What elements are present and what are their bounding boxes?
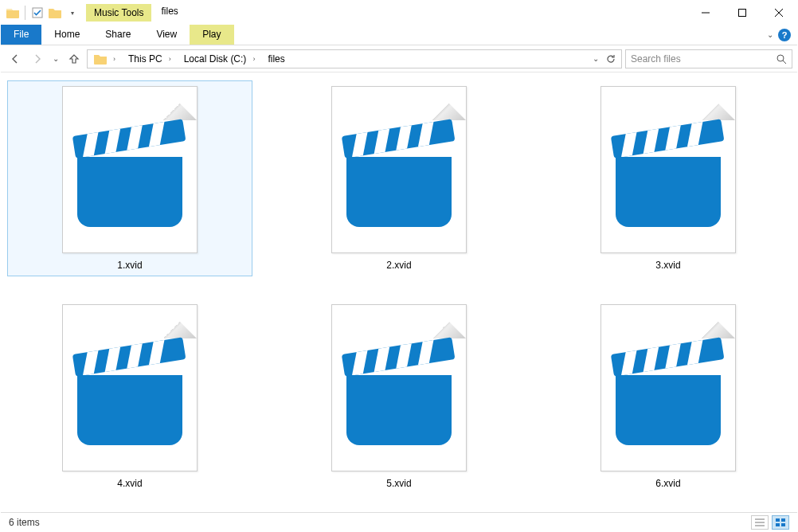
navigation-bar: ⌄ › This PC› Local Disk (C:)› files ⌄ Se… <box>1 45 797 72</box>
window-title: files <box>151 1 187 25</box>
recent-locations-button[interactable]: ⌄ <box>50 49 61 68</box>
help-icon[interactable]: ? <box>778 29 791 41</box>
tab-play[interactable]: Play <box>190 25 233 45</box>
file-tab[interactable]: File <box>1 25 41 45</box>
chevron-right-icon[interactable]: › <box>166 55 174 63</box>
svg-rect-11 <box>781 518 785 522</box>
page-fold-icon <box>702 87 735 120</box>
titlebar: ▾ Music Tools files <box>1 1 797 25</box>
forward-button[interactable] <box>28 49 47 68</box>
ribbon: File Home Share View Play ⌄ ? <box>1 25 797 45</box>
svg-rect-2 <box>739 10 746 17</box>
file-item[interactable]: 6.xvid <box>546 299 791 495</box>
file-item[interactable]: 4.xvid <box>7 299 252 495</box>
svg-rect-12 <box>776 523 780 526</box>
file-item[interactable]: 5.xvid <box>276 299 522 495</box>
page-fold-icon <box>163 87 197 120</box>
file-thumbnail <box>331 304 467 471</box>
file-name: 3.xvid <box>655 260 680 271</box>
video-clapper-icon <box>77 354 182 445</box>
address-dropdown-icon[interactable]: ⌄ <box>593 54 599 63</box>
icons-view-button[interactable] <box>772 515 789 530</box>
page-fold-icon <box>432 87 466 120</box>
properties-icon[interactable] <box>30 6 45 20</box>
tab-share[interactable]: Share <box>92 25 143 45</box>
page-fold-icon <box>163 305 197 338</box>
up-button[interactable] <box>65 49 84 68</box>
close-button[interactable] <box>761 1 797 25</box>
video-clapper-icon <box>346 354 452 445</box>
search-icon[interactable] <box>776 53 787 65</box>
page-fold-icon <box>432 305 466 338</box>
breadcrumb-segment[interactable]: Local Disk (C:)› <box>179 50 264 68</box>
address-root-icon[interactable]: › <box>89 50 123 68</box>
chevron-right-icon[interactable]: › <box>249 55 258 63</box>
file-thumbnail <box>600 304 736 471</box>
breadcrumb-label: This PC <box>128 53 162 65</box>
new-folder-icon[interactable] <box>48 6 62 20</box>
back-button[interactable] <box>6 49 25 68</box>
quick-access-toolbar: ▾ <box>1 1 84 25</box>
file-view[interactable]: 1.xvid 2.xvid 3.xvid 4.xvid <box>1 72 797 512</box>
file-thumbnail <box>331 86 467 253</box>
maximize-button[interactable] <box>724 1 761 25</box>
search-input[interactable]: Search files <box>625 49 792 68</box>
file-thumbnail <box>600 86 736 253</box>
window-controls <box>687 1 797 25</box>
file-item[interactable]: 2.xvid <box>276 80 522 276</box>
file-name: 4.xvid <box>117 478 142 489</box>
refresh-icon[interactable] <box>605 53 616 65</box>
video-clapper-icon <box>616 136 721 227</box>
minimize-button[interactable] <box>687 1 724 25</box>
tab-home[interactable]: Home <box>41 25 92 45</box>
tab-view[interactable]: View <box>143 25 190 45</box>
ribbon-expand-icon[interactable]: ⌄ <box>767 30 773 39</box>
status-bar: 6 items <box>1 512 797 531</box>
breadcrumb-segment[interactable]: This PC› <box>123 50 179 68</box>
svg-line-6 <box>783 61 786 64</box>
details-view-button[interactable] <box>751 515 769 530</box>
file-name: 5.xvid <box>386 478 411 489</box>
search-placeholder: Search files <box>631 53 681 65</box>
video-clapper-icon <box>77 136 182 227</box>
svg-rect-10 <box>776 518 780 522</box>
file-thumbnail <box>62 86 198 253</box>
page-fold-icon <box>702 305 735 338</box>
breadcrumb-label: Local Disk (C:) <box>184 53 247 65</box>
file-name: 6.xvid <box>655 478 680 489</box>
folder-icon <box>6 6 20 20</box>
file-thumbnail <box>62 304 198 471</box>
file-name: 1.xvid <box>117 260 142 271</box>
svg-rect-13 <box>781 523 785 526</box>
breadcrumb-label: files <box>268 53 284 65</box>
chevron-right-icon[interactable]: › <box>110 55 119 63</box>
svg-point-5 <box>777 55 784 61</box>
video-clapper-icon <box>616 354 721 445</box>
file-name: 2.xvid <box>386 260 411 271</box>
qat-dropdown-icon[interactable]: ▾ <box>65 6 80 20</box>
context-tab-label: Music Tools <box>86 4 151 22</box>
file-item[interactable]: 1.xvid <box>7 80 252 276</box>
file-item[interactable]: 3.xvid <box>546 80 791 276</box>
video-clapper-icon <box>346 136 452 227</box>
item-count: 6 items <box>9 517 40 528</box>
breadcrumb-segment[interactable]: files <box>263 50 289 68</box>
address-bar[interactable]: › This PC› Local Disk (C:)› files ⌄ <box>87 49 622 68</box>
